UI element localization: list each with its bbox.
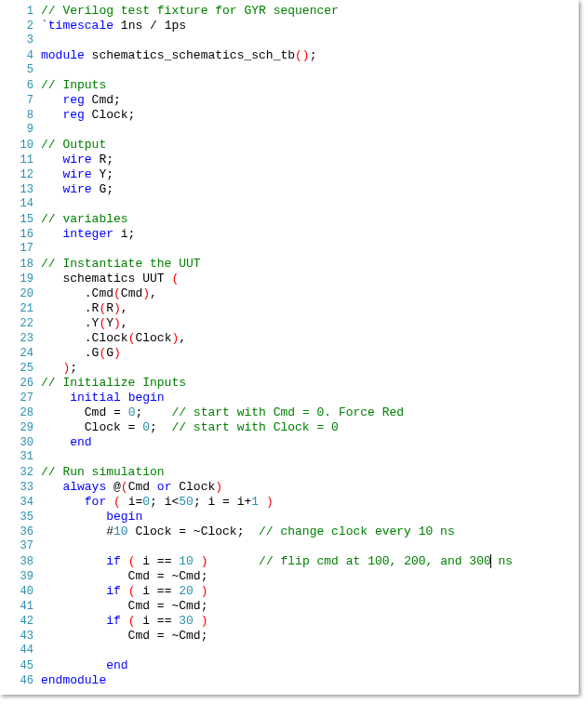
code-content[interactable]: Clock = 0; // start with Clock = 0 — [41, 420, 579, 434]
code-line[interactable]: 45 end — [0, 658, 579, 673]
line-number: 24 — [0, 347, 41, 360]
code-line[interactable]: 11 wire R; — [0, 153, 579, 167]
code-content[interactable]: `timescale 1ns / 1ps — [41, 19, 579, 33]
code-line[interactable]: 46endmodule — [0, 673, 579, 688]
code-content[interactable]: wire Y; — [41, 167, 579, 181]
code-line[interactable]: 6// Inputs — [0, 78, 579, 93]
code-content[interactable]: Cmd = ~Cmd; — [41, 629, 579, 643]
code-content[interactable]: always @(Cmd or Clock) — [41, 480, 579, 494]
code-content[interactable]: .Y(Y), — [41, 316, 579, 330]
code-line[interactable]: 14 — [0, 197, 579, 212]
line-number: 34 — [0, 496, 41, 509]
code-line[interactable]: 35 begin — [0, 510, 579, 525]
code-content[interactable]: wire G; — [41, 182, 579, 196]
code-content[interactable]: .Clock(Clock), — [41, 331, 579, 345]
code-content[interactable]: endmodule — [41, 673, 579, 687]
code-content[interactable]: .G(G) — [41, 346, 579, 360]
code-line[interactable]: 25 ); — [0, 361, 579, 376]
code-content[interactable]: reg Cmd; — [41, 93, 579, 107]
code-content[interactable]: if ( i == 10 ) // flip cmd at 100, 200, … — [41, 554, 579, 568]
line-number: 25 — [0, 362, 41, 375]
code-line[interactable]: 23 .Clock(Clock), — [0, 331, 579, 346]
code-line[interactable]: 44 — [0, 644, 579, 658]
code-content[interactable]: integer i; — [41, 227, 579, 241]
code-content[interactable]: Cmd = 0; // start with Cmd = 0. Force Re… — [41, 405, 579, 419]
code-line[interactable]: 15// variables — [0, 212, 579, 227]
code-line[interactable]: 13 wire G; — [0, 182, 579, 197]
code-line[interactable]: 9 — [0, 123, 579, 138]
code-content[interactable]: begin — [41, 510, 579, 524]
code-content[interactable]: if ( i == 20 ) — [41, 584, 579, 598]
code-line[interactable]: 32// Run simulation — [0, 465, 579, 480]
code-content[interactable]: wire R; — [41, 153, 579, 166]
code-content[interactable]: // Instantiate the UUT — [41, 257, 579, 271]
line-number: 9 — [0, 123, 41, 136]
code-content[interactable]: #10 Clock = ~Clock; // change clock ever… — [41, 525, 579, 538]
code-line[interactable]: 30 end — [0, 435, 579, 450]
code-content[interactable]: for ( i=0; i<50; i = i+1 ) — [41, 495, 579, 509]
line-number: 10 — [0, 139, 41, 152]
code-line[interactable]: 10// Output — [0, 138, 579, 153]
code-line[interactable]: 8 reg Clock; — [0, 108, 579, 123]
code-content[interactable]: // variables — [41, 212, 579, 226]
code-line[interactable]: 17 — [0, 242, 579, 257]
line-number: 4 — [0, 49, 41, 62]
code-line[interactable]: 22 .Y(Y), — [0, 316, 579, 331]
code-line[interactable]: 43 Cmd = ~Cmd; — [0, 629, 579, 644]
code-content[interactable]: // Run simulation — [41, 465, 579, 479]
code-content[interactable]: // Verilog test fixture for GYR sequence… — [41, 4, 579, 18]
code-line[interactable]: 26// Initialize Inputs — [0, 376, 579, 391]
code-line[interactable]: 21 .R(R), — [0, 301, 579, 316]
code-content[interactable]: // Inputs — [41, 78, 579, 92]
line-number: 27 — [0, 392, 41, 405]
code-line[interactable]: 19 schematics UUT ( — [0, 272, 579, 286]
code-line[interactable]: 3 — [0, 33, 579, 48]
code-line[interactable]: 20 .Cmd(Cmd), — [0, 286, 579, 301]
code-line[interactable]: 16 integer i; — [0, 227, 579, 242]
line-number: 40 — [0, 585, 41, 598]
line-number: 15 — [0, 213, 41, 226]
code-line[interactable]: 28 Cmd = 0; // start with Cmd = 0. Force… — [0, 405, 579, 420]
code-content[interactable]: initial begin — [41, 391, 579, 405]
code-line[interactable]: 39 Cmd = ~Cmd; — [0, 569, 579, 584]
code-content[interactable]: .Cmd(Cmd), — [41, 286, 579, 300]
code-content[interactable]: schematics UUT ( — [41, 272, 579, 286]
editor-wrap: 1// Verilog test fixture for GYR sequenc… — [0, 0, 588, 704]
code-content[interactable]: ); — [41, 361, 579, 375]
code-content[interactable]: .R(R), — [41, 301, 579, 315]
code-content[interactable]: end — [41, 658, 579, 672]
line-number: 2 — [0, 20, 41, 33]
code-content[interactable]: // Initialize Inputs — [41, 376, 579, 390]
code-line[interactable]: 18// Instantiate the UUT — [0, 257, 579, 272]
line-number: 5 — [0, 63, 41, 76]
code-line[interactable]: 12 wire Y; — [0, 167, 579, 182]
code-content[interactable]: if ( i == 30 ) — [41, 614, 579, 628]
code-line[interactable]: 2`timescale 1ns / 1ps — [0, 19, 579, 33]
code-content[interactable]: Cmd = ~Cmd; — [41, 569, 579, 583]
code-content[interactable]: module schematics_schematics_sch_tb(); — [41, 48, 579, 62]
code-line[interactable]: 37 — [0, 539, 579, 554]
code-line[interactable]: 5 — [0, 63, 579, 78]
line-number: 13 — [0, 183, 41, 196]
code-line[interactable]: 27 initial begin — [0, 391, 579, 405]
code-line[interactable]: 29 Clock = 0; // start with Clock = 0 — [0, 420, 579, 435]
code-line[interactable]: 33 always @(Cmd or Clock) — [0, 480, 579, 495]
code-line[interactable]: 24 .G(G) — [0, 346, 579, 361]
code-line[interactable]: 31 — [0, 450, 579, 465]
code-line[interactable]: 4module schematics_schematics_sch_tb(); — [0, 48, 579, 63]
code-line[interactable]: 1// Verilog test fixture for GYR sequenc… — [0, 4, 579, 19]
code-editor[interactable]: 1// Verilog test fixture for GYR sequenc… — [0, 0, 579, 695]
line-number: 42 — [0, 615, 41, 628]
code-content[interactable]: end — [41, 435, 579, 449]
code-line[interactable]: 7 reg Cmd; — [0, 93, 579, 108]
code-line[interactable]: 38 if ( i == 10 ) // flip cmd at 100, 20… — [0, 554, 579, 569]
line-number: 31 — [0, 450, 41, 463]
code-line[interactable]: 41 Cmd = ~Cmd; — [0, 599, 579, 614]
code-content[interactable]: reg Clock; — [41, 108, 579, 122]
code-line[interactable]: 34 for ( i=0; i<50; i = i+1 ) — [0, 495, 579, 510]
code-content[interactable]: // Output — [41, 138, 579, 152]
code-content[interactable]: Cmd = ~Cmd; — [41, 599, 579, 613]
code-line[interactable]: 36 #10 Clock = ~Clock; // change clock e… — [0, 525, 579, 539]
code-line[interactable]: 40 if ( i == 20 ) — [0, 584, 579, 599]
code-line[interactable]: 42 if ( i == 30 ) — [0, 614, 579, 629]
